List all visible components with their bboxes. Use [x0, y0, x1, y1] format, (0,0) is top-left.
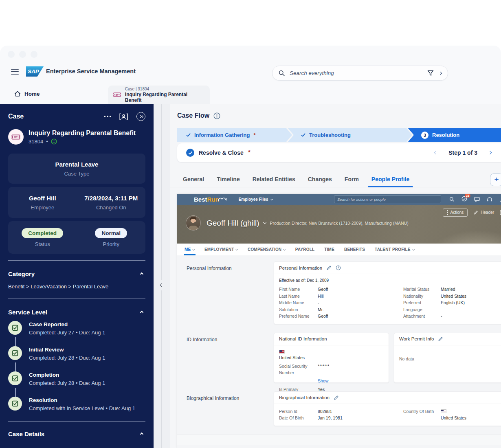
sf-search-box[interactable] [334, 195, 441, 203]
profile-icon[interactable] [499, 197, 501, 202]
step-troubleshooting[interactable]: Troubleshooting [288, 128, 412, 142]
edit-icon[interactable] [334, 395, 339, 400]
personal-information-card: Personal Information Effective as of: De… [274, 261, 501, 324]
prev-step-icon[interactable] [434, 151, 437, 154]
tab-general[interactable]: General [183, 173, 204, 187]
sf-top-bar: BestRun Employee Files [177, 194, 501, 205]
changed-on-label: Changed On [77, 204, 146, 211]
sf-tab-label: TALENT PROFILE [375, 247, 411, 252]
employee-card: Geoff Hill Employee 7/28/2024, 3:11 PM C… [8, 187, 145, 218]
tab-changes[interactable]: Changes [308, 173, 332, 187]
field-value: Hill [318, 293, 324, 300]
edit-icon[interactable] [438, 336, 443, 342]
headset-icon[interactable] [487, 197, 492, 202]
category-section-header[interactable]: Category [8, 270, 145, 277]
section-label: Biographical Information [187, 391, 274, 426]
field-label: Last Name [279, 293, 318, 300]
chat-icon[interactable] [474, 197, 480, 202]
sf-tab-label: COMPENSATION [248, 247, 281, 252]
filter-icon[interactable] [427, 70, 434, 76]
name-menu-icon[interactable] [263, 221, 266, 224]
collapse-section-icon[interactable] [140, 432, 143, 435]
step-label: Resolution [432, 132, 459, 138]
completed-checkbox-icon [8, 371, 22, 385]
show-ssn-link[interactable]: Show [318, 378, 328, 384]
service-level-item: Resolution Completed with in Service Lev… [8, 397, 145, 411]
case-tabs: General Timeline Related Entities Change… [170, 173, 501, 187]
header-button[interactable]: Header [473, 210, 494, 215]
window-close-icon[interactable] [8, 51, 15, 58]
sidebar-title: Case [8, 113, 24, 120]
employee-job-info: Production Director, New Brunswick (1710… [270, 221, 409, 226]
sf-tab-me[interactable]: ME [185, 244, 195, 255]
search-icon[interactable] [449, 197, 455, 202]
collapse-sidebar-handle[interactable] [157, 280, 166, 290]
status-label: Status [8, 241, 77, 247]
case-flow-title: Case Flow [177, 112, 209, 119]
field-value: - [441, 313, 442, 320]
biographical-information-section: Biographical Information Biographical In… [177, 391, 501, 426]
employee-avatar[interactable] [186, 215, 201, 231]
search-input[interactable] [290, 70, 423, 76]
notification-badge: 23 [465, 194, 470, 198]
sf-tab-time[interactable]: TIME [324, 244, 334, 255]
global-search[interactable] [272, 66, 448, 81]
sf-profile-banner: Actions Header A [177, 205, 501, 244]
sf-tab-talent-profile[interactable]: TALENT PROFILE [375, 244, 414, 255]
expand-panel-icon[interactable] [136, 112, 145, 121]
tab-timeline[interactable]: Timeline [217, 173, 240, 187]
sf-tab-label: EMPLOYMENT [204, 247, 234, 252]
sf-tab-employment[interactable]: EMPLOYMENT [204, 244, 238, 255]
employee-value: Geoff Hill [8, 195, 77, 202]
sf-tab-compensation[interactable]: COMPENSATION [248, 244, 286, 255]
overflow-menu-icon[interactable] [104, 116, 111, 117]
status-priority-card: Completed Status Normal Priority [8, 221, 145, 254]
search-expand-icon[interactable] [439, 71, 442, 75]
window-controls [8, 51, 37, 58]
collapse-section-icon[interactable] [140, 310, 143, 314]
section-label: Personal Information [187, 261, 274, 324]
bullet: • [46, 138, 48, 145]
tab-home[interactable]: Home [14, 91, 40, 97]
completed-checkbox-icon [8, 397, 22, 411]
survey-icon[interactable] [119, 113, 128, 120]
tab-people-profile[interactable]: People Profile [371, 173, 409, 187]
case-ticket-icon [11, 134, 20, 141]
tab-case[interactable]: Case | 31804 Inquiry Regarding Parental … [108, 86, 210, 104]
menu-icon[interactable] [11, 69, 19, 75]
info-icon[interactable] [213, 112, 220, 119]
next-step-icon[interactable] [488, 151, 492, 154]
milestone-title: Case Reported [29, 321, 105, 327]
tab-related-entities[interactable]: Related Entities [253, 173, 295, 187]
personal-information-section: Personal Information Personal Informatio… [177, 261, 501, 324]
case-details-section-header[interactable]: Case Details [8, 430, 145, 437]
edit-icon[interactable] [326, 265, 332, 270]
employee-files-menu[interactable]: Employee Files [239, 197, 272, 202]
completed-checkbox-icon [8, 346, 22, 360]
service-level-section-header[interactable]: Service Level [8, 309, 145, 316]
step-resolution[interactable]: 3 Resolution [408, 128, 501, 142]
search-icon [279, 70, 285, 77]
field-label: Country Of Birth [403, 408, 441, 422]
status-badge: Completed [22, 228, 63, 238]
tab-form[interactable]: Form [345, 173, 359, 187]
history-clock-icon[interactable] [336, 265, 341, 270]
collapse-section-icon[interactable] [140, 272, 143, 275]
tab-bar: Home Case | 31804 Inquiry Regarding Pare… [0, 86, 501, 104]
service-level-list: Case Reported Completed: July 27 • Due: … [8, 321, 145, 411]
sf-search-input[interactable] [337, 197, 438, 202]
window-minimize-icon[interactable] [19, 51, 26, 58]
actions-button[interactable]: Actions [443, 209, 468, 217]
sf-tab-benefits[interactable]: BENEFITS [344, 244, 365, 255]
window-maximize-icon[interactable] [31, 51, 37, 58]
pencil-icon [473, 210, 478, 215]
field-value: - [318, 299, 319, 306]
divider [8, 299, 145, 299]
step-information-gathering[interactable]: Information Gathering * [177, 128, 292, 142]
add-tab-button[interactable]: + [490, 173, 501, 186]
required-star: * [254, 132, 256, 138]
service-level-item: Initial Review Completed: July 28 • Due:… [8, 346, 145, 361]
field-label: Salutation [279, 306, 318, 313]
step-number: 3 [421, 132, 428, 139]
sf-tab-payroll[interactable]: PAYROLL [295, 244, 315, 255]
